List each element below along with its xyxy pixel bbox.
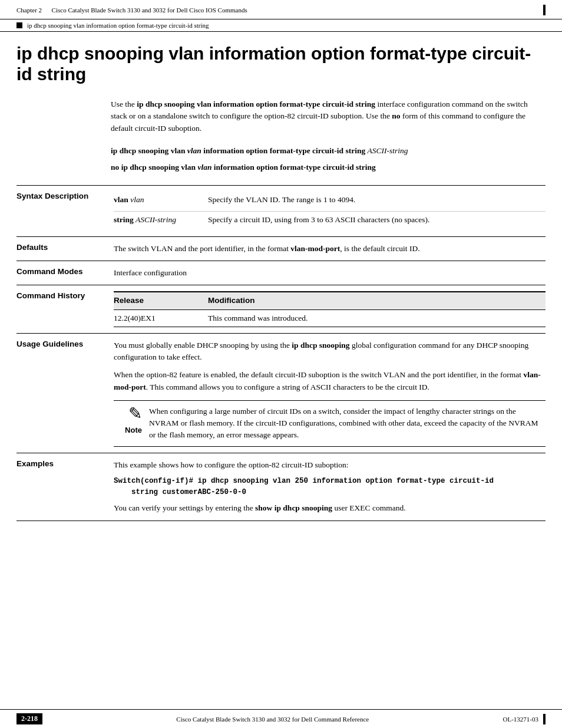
syntax-row-2: string ASCII-string Specify a circuit ID… — [114, 211, 546, 230]
outro-text2: user EXEC command. — [332, 503, 405, 512]
usage-p2-text2: . This command allows you to configure a… — [146, 383, 429, 391]
examples-label: Examples — [16, 453, 108, 521]
intro-bold1: ip dhcp snooping vlan information option… — [137, 100, 375, 108]
command-history-label-text: Command History — [16, 291, 85, 300]
page-footer: 2-218 Cisco Catalyst Blade Switch 3130 a… — [0, 709, 562, 728]
examples-label-text: Examples — [16, 459, 54, 468]
syntax-line-2: no ip dhcp snooping vlan vlan informatio… — [111, 162, 546, 173]
page-title: ip dhcp snooping vlan information option… — [16, 44, 546, 84]
sl2-part3: information option format-type circuit-i… — [211, 163, 375, 172]
header-title: Cisco Catalyst Blade Switch 3130 and 303… — [52, 6, 247, 14]
breadcrumb-text: ip dhcp snooping vlan information option… — [27, 22, 209, 29]
footer-right-group: OL-13271-03 — [503, 714, 546, 724]
footer-right-text: OL-13271-03 — [503, 716, 539, 723]
footer-right-bar — [543, 714, 546, 724]
usage-p1-text1: You must globally enable DHCP snooping b… — [114, 341, 292, 350]
sl1-part2: vlan — [187, 146, 201, 155]
outro-text1: You can verify your settings by entering… — [114, 503, 255, 512]
page-header: Chapter 2 Cisco Catalyst Blade Switch 31… — [0, 0, 562, 19]
syntax-def-2: Specify a circuit ID, using from 3 to 63… — [208, 211, 546, 230]
outro-bold: show ip dhcp snooping — [255, 503, 332, 512]
syntax-def-1-text: Specify the VLAN ID. The range is 1 to 4… — [208, 195, 355, 204]
header-chapter: Chapter 2 Cisco Catalyst Blade Switch 31… — [16, 6, 247, 14]
examples-content: This example shows how to configure the … — [108, 453, 546, 521]
intro-paragraph: Use the ip dhcp snooping vlan informatio… — [111, 98, 546, 134]
usage-guidelines-content: You must globally enable DHCP snooping b… — [108, 333, 546, 453]
command-modes-text: Interface configuration — [114, 268, 187, 277]
usage-guidelines-label: Usage Guidelines — [16, 333, 108, 453]
note-content: When configuring a large number of circu… — [149, 406, 546, 442]
syntax-description-row: Syntax Description vlan vlan Specify the… — [16, 186, 546, 237]
usage-p2-text1: When the option-82 feature is enabled, t… — [114, 370, 523, 379]
term1-bold: vlan — [114, 195, 128, 204]
examples-code: Switch(config-if)# ip dhcp snooping vlan… — [114, 476, 546, 498]
footer-center: Cisco Catalyst Blade Switch 3130 and 303… — [176, 716, 369, 723]
term2-bold: string — [114, 215, 134, 224]
term2-italic: ASCII-string — [134, 215, 176, 224]
term1-italic: vlan — [128, 195, 144, 204]
command-history-row: Command History Release Modification — [16, 285, 546, 334]
syntax-description-label-text: Syntax Description — [16, 192, 88, 200]
history-col1-header: Release — [114, 292, 208, 309]
usage-p1-bold: ip dhcp snooping — [292, 341, 349, 350]
history-release-1: 12.2(40)EX1 — [114, 309, 208, 327]
syntax-description-label: Syntax Description — [16, 186, 108, 237]
command-modes-row: Command Modes Interface configuration — [16, 261, 546, 285]
command-modes-label-text: Command Modes — [16, 267, 83, 276]
sl1-part4: ASCII-string — [368, 146, 408, 155]
syntax-def-1: Specify the VLAN ID. The range is 1 to 4… — [208, 192, 546, 211]
usage-para-2: When the option-82 feature is enabled, t… — [114, 369, 546, 393]
usage-guidelines-row: Usage Guidelines You must globally enabl… — [16, 333, 546, 453]
defaults-label-text: Defaults — [16, 243, 48, 252]
defaults-text2: , is the default circuit ID. — [340, 244, 419, 253]
examples-outro: You can verify your settings by entering… — [114, 502, 546, 514]
history-table: Release Modification 12.2(40)EX1 This co… — [114, 291, 546, 327]
main-content: ip dhcp snooping vlan information option… — [0, 32, 562, 539]
syntax-description-content: vlan vlan Specify the VLAN ID. The range… — [108, 186, 546, 237]
examples-row: Examples This example shows how to confi… — [16, 453, 546, 521]
note-icon-area: ✎ Note — [114, 406, 149, 436]
breadcrumb-bullet — [16, 22, 22, 28]
command-history-content: Release Modification 12.2(40)EX1 This co… — [108, 285, 546, 334]
command-history-label: Command History — [16, 285, 108, 334]
page-title-text: ip dhcp snooping vlan information option… — [16, 44, 531, 84]
sl1-part1: ip dhcp snooping vlan — [111, 146, 187, 155]
col2-label: Modification — [208, 296, 255, 305]
defaults-label: Defaults — [16, 236, 108, 261]
history-col2-header: Modification — [208, 292, 546, 309]
syntax-lines: ip dhcp snooping vlan vlan information o… — [111, 145, 546, 174]
note-box: ✎ Note When configuring a large number o… — [114, 400, 546, 447]
modification-value: This command was introduced. — [208, 314, 308, 322]
code-text: Switch(config-if)# ip dhcp snooping vlan… — [114, 477, 494, 496]
defaults-row: Defaults The switch VLAN and the port id… — [16, 236, 546, 261]
examples-intro: This example shows how to configure the … — [114, 459, 546, 471]
col1-label: Release — [114, 296, 144, 305]
defaults-content: The switch VLAN and the port identifier,… — [108, 236, 546, 261]
sections-table: Syntax Description vlan vlan Specify the… — [16, 185, 546, 521]
command-modes-content: Interface configuration — [108, 261, 546, 285]
sl1-part3: information option format-type circuit-i… — [201, 146, 368, 155]
syntax-line-1: ip dhcp snooping vlan vlan information o… — [111, 145, 546, 157]
history-mod-1: This command was introduced. — [208, 309, 546, 327]
header-bar — [543, 5, 546, 15]
history-header: Release Modification — [114, 292, 546, 309]
intro-bold2: no — [392, 111, 400, 120]
chapter-label: Chapter 2 — [16, 6, 42, 14]
syntax-desc-table: vlan vlan Specify the VLAN ID. The range… — [114, 192, 546, 230]
note-label: Note — [114, 424, 142, 436]
command-modes-label: Command Modes — [16, 261, 108, 285]
usage-guidelines-label-text: Usage Guidelines — [16, 340, 83, 348]
history-data-row-1: 12.2(40)EX1 This command was introduced. — [114, 309, 546, 327]
defaults-text1: The switch VLAN and the port identifier,… — [114, 244, 290, 253]
sl2-part2: vlan — [197, 163, 211, 172]
intro-text1: Use the — [111, 100, 137, 108]
footer-page-num: 2-218 — [16, 713, 42, 724]
sl2-part1: no ip dhcp snooping vlan — [111, 163, 197, 172]
usage-para-1: You must globally enable DHCP snooping b… — [114, 340, 546, 364]
note-icon: ✎ — [114, 406, 142, 422]
syntax-row-1: vlan vlan Specify the VLAN ID. The range… — [114, 192, 546, 211]
defaults-bold: vlan-mod-port — [290, 244, 340, 253]
syntax-term-2: string ASCII-string — [114, 211, 208, 230]
breadcrumb: ip dhcp snooping vlan information option… — [0, 19, 562, 32]
release-value: 12.2(40)EX1 — [114, 314, 156, 322]
